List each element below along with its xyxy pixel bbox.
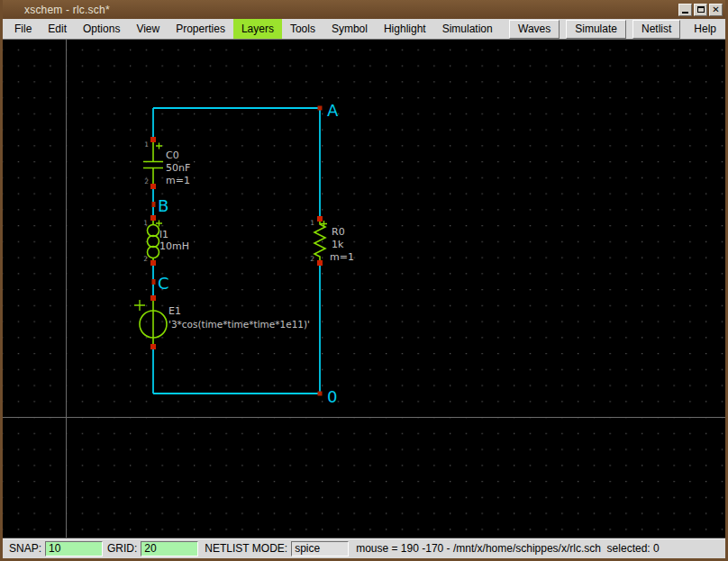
menu-help[interactable]: Help (687, 21, 723, 38)
menu-properties[interactable]: Properties (168, 19, 233, 39)
capacitor-mult: m=1 (166, 175, 190, 186)
menu-symbol[interactable]: Symbol (323, 19, 376, 39)
resistor-pin2: 2 (310, 255, 314, 263)
menu-edit[interactable]: Edit (40, 19, 75, 39)
menu-simulation[interactable]: Simulation (434, 19, 501, 39)
menubar: File Edit Options View Properties Layers… (3, 19, 725, 40)
snap-label: SNAP: (9, 542, 41, 555)
inductor-pin2: 2 (143, 255, 148, 263)
inductor-pin1: 1 (143, 219, 148, 227)
inductor-name: l1 (159, 229, 168, 240)
maximize-button[interactable] (694, 4, 707, 16)
capacitor-name: C0 (166, 149, 179, 161)
snap-input[interactable] (45, 541, 103, 556)
close-icon: ✕ (712, 5, 719, 14)
netlist-button[interactable]: Netlist (632, 20, 680, 39)
net-label-gnd[interactable]: 0 (327, 387, 337, 406)
capacitor-pin1: 1 (144, 140, 149, 149)
close-button[interactable]: ✕ (709, 4, 723, 16)
capacitor-pin2: 2 (144, 177, 149, 185)
grid-dots (3, 40, 725, 538)
xschem-window: xschem - rlc.sch* ✕ File Edit Options Vi… (0, 0, 728, 561)
minimize-button[interactable] (678, 4, 692, 16)
net-label-c[interactable]: C (158, 274, 169, 293)
menu-file[interactable]: File (6, 19, 40, 39)
maximize-icon (697, 6, 705, 13)
resistor-value: 1k (332, 239, 344, 250)
schematic-canvas[interactable]: 1 2 C0 50nF m=1 1 2 l1 10mH (3, 40, 725, 538)
minimize-icon (682, 12, 688, 14)
waves-button[interactable]: Waves (509, 20, 560, 39)
titlebar[interactable]: xschem - rlc.sch* ✕ (0, 0, 728, 19)
resistor-pin1: 1 (310, 219, 314, 227)
resistor-mult: m=1 (330, 251, 354, 263)
inductor-value: 10mH (159, 240, 189, 252)
net-label-b[interactable]: B (158, 196, 168, 215)
menu-options[interactable]: Options (75, 19, 128, 39)
capacitor-value: 50nF (166, 162, 190, 174)
simulate-button[interactable]: Simulate (566, 20, 626, 39)
menu-tools[interactable]: Tools (282, 19, 323, 39)
resistor-name: R0 (332, 226, 345, 238)
grid-label: GRID: (107, 542, 137, 555)
netlist-mode-input[interactable] (291, 541, 349, 556)
net-label-a[interactable]: A (327, 101, 339, 120)
source-name: E1 (168, 305, 181, 317)
mouse-status-text: mouse = 190 -170 - /mnt/x/home/schippes/… (356, 542, 660, 555)
statusbar: SNAP: GRID: NETLIST MODE: mouse = 190 -1… (3, 538, 725, 558)
window-title: xschem - rlc.sch* (24, 4, 677, 16)
source-value: '3*cos(time*time*time*1e11)' (168, 319, 310, 330)
menu-view[interactable]: View (128, 19, 168, 39)
netlist-mode-label: NETLIST MODE: (205, 542, 287, 555)
menu-highlight[interactable]: Highlight (376, 19, 434, 39)
menu-layers[interactable]: Layers (233, 19, 282, 39)
menu-action-buttons: Waves Simulate Netlist Help (509, 19, 725, 39)
grid-input[interactable] (141, 541, 198, 556)
